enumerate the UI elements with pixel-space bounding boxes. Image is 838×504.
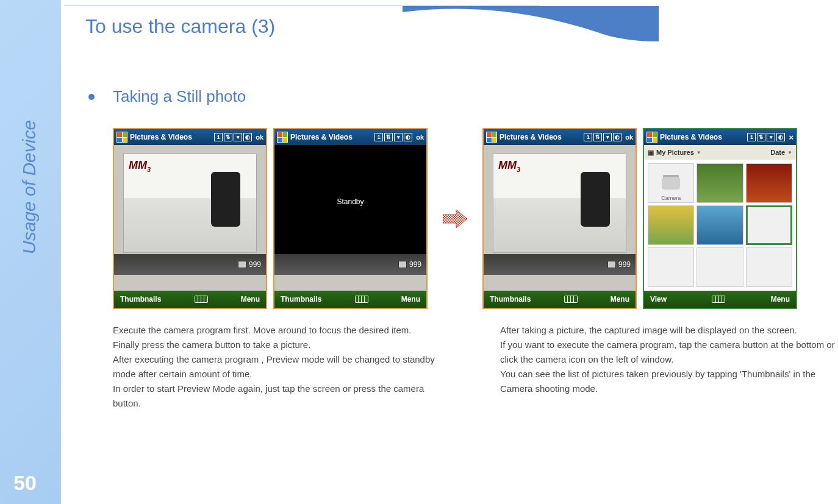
mobile-menubar: Thumbnails Menu bbox=[274, 291, 426, 308]
folder-dropdown[interactable]: ▣ My Pictures ▼ bbox=[648, 149, 701, 157]
desc-line: Finally press the camera button to take … bbox=[113, 338, 436, 352]
screenshot-group-left: Pictures & Videos 1 ⇅ ▾ ◐ ok MM3 bbox=[113, 128, 428, 309]
browser-toolbar: ▣ My Pictures ▼ Date ▼ bbox=[644, 145, 796, 160]
thumbnail-grid: Camera bbox=[644, 160, 796, 291]
mobile-menubar: Thumbnails Menu bbox=[484, 291, 636, 308]
mobile-titlebar: Pictures & Videos 1 ⇅ ▾ ◐ ok bbox=[484, 129, 636, 145]
device-screenshot-preview: Pictures & Videos 1 ⇅ ▾ ◐ ok MM3 bbox=[113, 128, 267, 309]
folder-icon: ▣ bbox=[648, 149, 654, 157]
standby-label: Standby bbox=[337, 197, 363, 206]
picture-thumb-empty bbox=[746, 247, 792, 287]
softkey-thumbnails[interactable]: Thumbnails bbox=[281, 295, 321, 303]
app-title: Pictures & Videos bbox=[500, 133, 562, 141]
picture-thumb[interactable] bbox=[648, 205, 694, 245]
flow-arrow-icon bbox=[434, 128, 476, 309]
windows-flag-icon bbox=[646, 132, 657, 143]
picture-thumb-selected[interactable] bbox=[746, 205, 792, 245]
desc-line: If you want to execute the camera progra… bbox=[500, 338, 838, 367]
desc-line: In order to start Preview Mode again, ju… bbox=[113, 382, 436, 411]
mobile-menubar: View Menu bbox=[644, 291, 796, 308]
preview-photo: MM3 bbox=[123, 154, 257, 253]
device-screenshot-standby: Pictures & Videos 1 ⇅ ▾ ◐ ok Standby bbox=[273, 128, 428, 309]
status-icon-sync: ⇅ bbox=[593, 133, 602, 141]
desc-line: Execute the camera program first. Move a… bbox=[113, 323, 436, 338]
status-icon-volume: ◐ bbox=[613, 133, 621, 141]
picture-thumb[interactable] bbox=[697, 163, 743, 203]
softkey-menu[interactable]: Menu bbox=[611, 295, 629, 303]
status-icon-volume: ◐ bbox=[776, 133, 785, 141]
camera-viewport[interactable]: MM3 999 bbox=[484, 145, 636, 291]
desc-line: After taking a picture, the captured ima… bbox=[500, 323, 838, 338]
sort-dropdown[interactable]: Date ▼ bbox=[770, 149, 792, 156]
screenshots-row: Pictures & Videos 1 ⇅ ▾ ◐ ok MM3 bbox=[113, 128, 797, 309]
camera-thumb-label: Camera bbox=[661, 195, 681, 201]
windows-flag-icon bbox=[116, 132, 127, 143]
softkey-thumbnails[interactable]: Thumbnails bbox=[120, 295, 161, 303]
bullet-icon bbox=[88, 94, 95, 100]
camera-launch-thumb[interactable]: Camera bbox=[648, 163, 694, 203]
description-left: Execute the camera program first. Move a… bbox=[113, 323, 436, 411]
keyboard-icon[interactable] bbox=[712, 296, 725, 303]
picture-thumb-empty bbox=[697, 247, 743, 287]
status-icon-sync: ⇅ bbox=[757, 133, 765, 141]
title-bar: To use the camera (3) bbox=[61, 0, 838, 58]
status-icon-volume: ◐ bbox=[404, 133, 412, 141]
counter-band: 999 bbox=[114, 254, 266, 275]
sidebar-section-label: Usage of Device bbox=[19, 120, 40, 254]
screenshot-group-right: Pictures & Videos 1 ⇅ ▾ ◐ ok MM3 bbox=[482, 128, 797, 309]
camera-viewport[interactable]: Standby 999 bbox=[274, 145, 426, 291]
shots-remaining: 999 bbox=[409, 260, 421, 269]
app-title: Pictures & Videos bbox=[660, 133, 722, 141]
softkey-menu[interactable]: Menu bbox=[771, 295, 790, 303]
ok-button[interactable]: ok bbox=[256, 133, 263, 141]
mobile-titlebar: Pictures & Videos 1 ⇅ ▾ ◐ ok bbox=[274, 129, 426, 145]
film-icon bbox=[398, 261, 407, 268]
film-icon bbox=[607, 261, 616, 268]
ok-button[interactable]: ok bbox=[416, 133, 424, 141]
section-heading-text: Taking a Still photo bbox=[113, 87, 246, 106]
keyboard-icon[interactable] bbox=[195, 296, 208, 303]
status-icon-1: 1 bbox=[584, 133, 592, 141]
app-title: Pictures & Videos bbox=[130, 133, 192, 141]
softkey-view[interactable]: View bbox=[650, 295, 667, 303]
softkey-menu[interactable]: Menu bbox=[241, 295, 260, 303]
sort-label: Date bbox=[770, 149, 785, 156]
mobile-menubar: Thumbnails Menu bbox=[114, 291, 266, 308]
folder-name: My Pictures bbox=[656, 149, 694, 156]
status-icons: 1 ⇅ ▾ ◐ ok bbox=[214, 133, 263, 141]
picture-thumb-empty bbox=[648, 247, 694, 287]
ok-button[interactable]: ok bbox=[625, 133, 633, 141]
status-icon-sync: ⇅ bbox=[384, 133, 393, 141]
picture-thumb[interactable] bbox=[746, 163, 792, 203]
softkey-thumbnails[interactable]: Thumbnails bbox=[490, 295, 531, 303]
shots-remaining: 999 bbox=[249, 260, 261, 269]
status-icons: 1 ⇅ ▾ ◐ × bbox=[747, 133, 793, 142]
counter-band: 999 bbox=[484, 254, 636, 275]
softkey-menu[interactable]: Menu bbox=[401, 295, 420, 303]
content-panel: Taking a Still photo Pictures & Videos 1… bbox=[61, 58, 838, 504]
status-icon-volume: ◐ bbox=[243, 133, 252, 141]
title-ribbon bbox=[403, 5, 659, 48]
counter-band: 999 bbox=[274, 254, 426, 275]
device-screenshot-captured: Pictures & Videos 1 ⇅ ▾ ◐ ok MM3 bbox=[482, 128, 637, 309]
desc-line: After executing the camera program , Pre… bbox=[113, 352, 436, 382]
windows-flag-icon bbox=[486, 132, 497, 143]
status-icons: 1 ⇅ ▾ ◐ ok bbox=[374, 133, 424, 141]
status-icon-1: 1 bbox=[747, 133, 756, 141]
captured-photo: MM3 bbox=[493, 154, 626, 253]
device-shape bbox=[211, 172, 240, 227]
film-icon bbox=[238, 261, 246, 268]
status-icon-1: 1 bbox=[374, 133, 383, 141]
status-icon-signal: ▾ bbox=[603, 133, 612, 141]
mobile-titlebar: Pictures & Videos 1 ⇅ ▾ ◐ ok bbox=[114, 129, 266, 145]
keyboard-icon[interactable] bbox=[564, 296, 578, 303]
picture-thumb[interactable] bbox=[697, 205, 743, 245]
page-number: 50 bbox=[13, 471, 37, 495]
device-shape bbox=[581, 172, 610, 227]
sidebar: Usage of Device 50 bbox=[0, 0, 61, 504]
description-right: After taking a picture, the captured ima… bbox=[500, 323, 838, 396]
close-button[interactable]: × bbox=[789, 133, 793, 142]
box-logo: MM3 bbox=[498, 159, 520, 173]
camera-viewport[interactable]: MM3 999 bbox=[114, 145, 266, 291]
keyboard-icon[interactable] bbox=[355, 296, 368, 303]
